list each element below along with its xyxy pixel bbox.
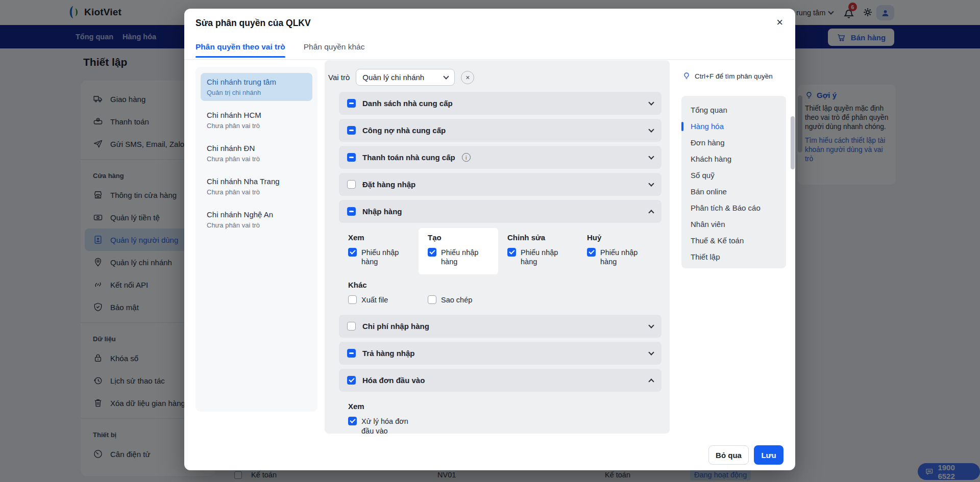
chevron-up-icon [648,378,654,384]
permission-group-label: Công nợ nhà cung cấp [362,126,446,135]
save-button[interactable]: Lưu [754,445,783,465]
tab-phan-quyen-theo-vai-tro[interactable]: Phân quyền theo vai trò [195,42,285,58]
category-item[interactable]: Nhân viên [691,216,786,233]
modal-tabs: Phân quyền theo vai trò Phân quyền khác [195,42,365,58]
permission-checkbox-label: Phiếu nhập hàng [521,248,569,266]
permission-group-content: XemPhiếu nhập hàngTạoPhiếu nhập hàngChỉn… [339,227,662,311]
checkbox-checked[interactable] [348,417,357,425]
checkbox-unchecked[interactable] [428,295,436,304]
checkbox-checked[interactable] [347,376,356,385]
permission-group-label: Hóa đơn đầu vào [362,376,425,385]
permission-column: HuỷPhiếu nhập hàng [578,228,657,274]
chevron-down-icon [648,181,654,186]
branch-name: Chi nhánh Nha Trang [207,177,306,186]
branch-item[interactable]: Chi nhánh Nha TrangChưa phân vai trò [201,172,312,200]
permission-accordion-bar[interactable]: Nhập hàng [339,200,662,223]
branch-item[interactable]: Chi nhánh Nghệ AnChưa phân vai trò [201,206,312,234]
permission-checkbox-label: Phiếu nhập hàng [441,248,489,266]
edit-permissions-modal: Sửa phân quyền của QLKV × Phân quyền the… [184,9,795,470]
info-icon[interactable] [462,153,471,162]
checkbox-indeterminate[interactable] [347,126,356,135]
cancel-button[interactable]: Bỏ qua [708,445,749,465]
permission-checkbox-item[interactable]: Phiếu nhập hàng [507,248,569,266]
category-item[interactable]: Thiết lập [691,249,786,265]
role-select-value: Quản lý chi nhánh [362,73,424,82]
branch-name: Chi nhánh Nghệ An [207,210,306,219]
permission-accordion-bar[interactable]: Trả hàng nhập [339,342,662,365]
category-item[interactable]: Khách hàng [691,151,786,167]
checkbox-indeterminate[interactable] [347,349,356,358]
checkbox-indeterminate[interactable] [347,99,356,108]
category-item[interactable]: Bán online [691,184,786,200]
permission-accordion-bar[interactable]: Công nợ nhà cung cấp [339,119,662,142]
checkbox-unchecked[interactable] [347,322,356,331]
permission-extra-row: Xuất fileSao chép [339,295,662,305]
tab-divider [184,59,795,60]
checkbox-unchecked[interactable] [348,295,357,304]
permission-accordion-bar[interactable]: Đặt hàng nhập [339,173,662,196]
role-row: Vai trò Quản lý chi nhánh × [328,69,670,86]
chevron-down-icon [648,126,654,132]
category-item[interactable]: Tổng quan [691,102,786,118]
permission-column-highlighted: TạoPhiếu nhập hàng [419,228,498,274]
checkbox-checked[interactable] [428,248,436,257]
permission-accordion-bar[interactable]: Chi phí nhập hàng [339,315,662,338]
checkbox-indeterminate[interactable] [347,153,356,162]
permission-group-label: Thanh toán nhà cung cấp [362,153,455,162]
permission-column-title: Huỷ [587,233,648,242]
checkbox-unchecked[interactable] [347,180,356,189]
permission-checkbox-item[interactable]: Xuất file [348,295,428,305]
branch-item[interactable]: Chi nhánh HCMChưa phân vai trò [201,106,312,134]
branch-name: Chi nhánh HCM [207,111,306,119]
chevron-up-icon [648,210,654,215]
chevron-down-icon [648,350,654,356]
branch-name: Chi nhánh trung tâm [207,78,306,86]
category-item[interactable]: Hàng hóa [691,118,786,135]
permission-panel: Vai trò Quản lý chi nhánh × Danh sách nh… [325,60,670,434]
close-icon[interactable]: × [776,17,783,28]
branch-item[interactable]: Chi nhánh trung tâmQuản trị chi nhánh [201,73,312,101]
permission-extra-title: Khác [348,281,662,289]
checkbox-indeterminate[interactable] [347,207,356,216]
permission-column-title: Tạo [428,233,489,242]
permission-checkbox-item[interactable]: Sao chép [428,295,507,305]
modal-scrollbar[interactable] [791,116,795,169]
permission-column-title: Xem [348,233,409,242]
permission-column-title: Chỉnh sửa [507,233,569,242]
permission-checkbox-label: Sao chép [441,295,472,305]
branch-item[interactable]: Chi nhánh ĐNChưa phân vai trò [201,139,312,167]
chevron-down-icon [648,99,654,105]
checkbox-checked[interactable] [348,248,357,257]
branch-list: Chi nhánh trung tâmQuản trị chi nhánhChi… [195,67,317,412]
permission-checkbox-item[interactable]: Phiếu nhập hàng [428,248,489,266]
permission-accordion-bar[interactable]: Hóa đơn đầu vào [339,369,662,392]
role-label: Vai trò [328,73,350,82]
tab-phan-quyen-khac[interactable]: Phân quyền khác [304,42,365,58]
chevron-down-icon [648,323,654,328]
permission-column: XemPhiếu nhập hàng [339,228,419,274]
branch-name: Chi nhánh ĐN [207,144,306,153]
permission-checkbox-item[interactable]: Phiếu nhập hàng [348,248,409,266]
category-item[interactable]: Đơn hàng [691,135,786,151]
permission-accordion-bar[interactable]: Thanh toán nhà cung cấp [339,146,662,169]
search-hint: Ctrl+F để tìm phân quyền [682,72,773,80]
permission-accordion-bar[interactable]: Danh sách nhà cung cấp [339,92,662,115]
permission-checkbox-item[interactable]: Xử lý hóa đơn đầu vào [348,417,409,434]
branch-role: Chưa phân vai trò [207,155,306,163]
checkbox-checked[interactable] [507,248,516,257]
category-item[interactable]: Thuế & Kế toán [691,233,786,249]
checkbox-checked[interactable] [587,248,596,257]
branch-role: Chưa phân vai trò [207,188,306,196]
permission-column-title: Xem [348,402,409,411]
role-clear-button[interactable]: × [461,71,474,84]
category-item[interactable]: Số quỹ [691,167,786,184]
lightbulb-icon [682,72,691,80]
category-item[interactable]: Phân tích & Báo cáo [691,200,786,216]
permission-group-label: Nhập hàng [362,207,402,216]
permission-group-label: Chi phí nhập hàng [362,322,429,331]
role-select[interactable]: Quản lý chi nhánh [356,69,455,86]
branch-role: Quản trị chi nhánh [207,89,306,96]
search-hint-text: Ctrl+F để tìm phân quyền [695,72,773,80]
permission-column: XemXử lý hóa đơn đầu vào [339,397,419,434]
permission-checkbox-item[interactable]: Phiếu nhập hàng [587,248,648,266]
